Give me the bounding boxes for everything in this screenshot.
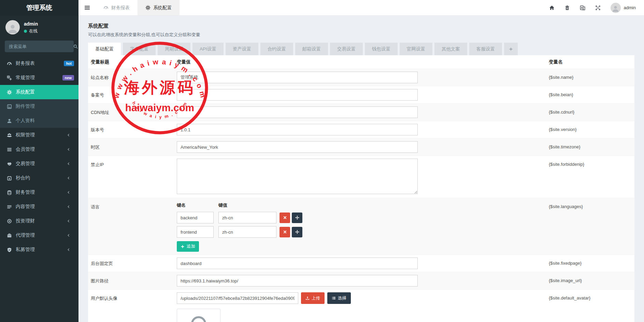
field-value-cell — [174, 138, 546, 156]
default-avatar-input[interactable] — [177, 292, 298, 304]
config-tab[interactable]: 钱包设置 — [365, 43, 398, 55]
move-language-button[interactable] — [292, 227, 302, 237]
language-value-input[interactable] — [218, 226, 276, 238]
cdn-url-input[interactable] — [177, 106, 418, 118]
fullscreen-icon — [595, 5, 601, 11]
remove-language-button[interactable] — [280, 227, 290, 237]
home-button[interactable] — [549, 5, 555, 11]
config-tab[interactable]: 合约设置 — [260, 43, 293, 55]
trash-icon — [564, 5, 570, 11]
chevron-left-icon — [67, 205, 70, 209]
config-tab[interactable]: 邮箱设置 — [295, 43, 328, 55]
sidebar-item[interactable]: 秒合约 — [0, 171, 78, 185]
sidebar-item[interactable]: 交易管理 — [0, 157, 78, 171]
sidebar-search — [5, 41, 74, 52]
language-key-input[interactable] — [177, 226, 214, 238]
config-tab[interactable]: 周期设置 — [158, 43, 190, 55]
field-value-cell — [174, 104, 546, 121]
fullscreen-button[interactable] — [595, 5, 601, 11]
sidebar-item[interactable]: 私募管理 — [0, 243, 78, 257]
navbar-user[interactable]: admin — [611, 3, 636, 13]
sidebar-item[interactable]: 财务报表hot — [0, 56, 78, 71]
handshake-icon — [7, 161, 12, 166]
config-row: 禁止IP {$site.forbiddenip} — [88, 156, 634, 198]
sidebar-toggle-button[interactable] — [78, 0, 96, 15]
field-value-cell — [174, 255, 546, 272]
column-header: 变量值 — [174, 55, 546, 69]
site-name-input[interactable] — [177, 72, 418, 83]
config-tab[interactable]: 交易设置 — [330, 43, 363, 55]
config-row: 用户默认头像 上传 选择 {$site.default_avatar} — [88, 289, 634, 322]
move-language-button[interactable] — [292, 213, 302, 223]
image-url-input[interactable] — [177, 275, 418, 287]
arrows-icon — [295, 230, 299, 234]
gears-icon — [7, 75, 12, 80]
field-value-cell — [174, 86, 546, 103]
search-input[interactable] — [5, 44, 73, 49]
config-tab[interactable]: 字典配置 — [123, 43, 156, 55]
add-group-tab[interactable] — [504, 43, 518, 55]
sidebar-item[interactable]: 会员管理 — [0, 142, 78, 157]
forbidden-ip-textarea[interactable] — [177, 159, 418, 194]
variable-name: {$site.timezone} — [546, 138, 634, 156]
sidebar-item[interactable]: 代理管理 — [0, 228, 78, 243]
config-tab[interactable]: 客服设置 — [469, 43, 502, 55]
field-label: 后台固定页 — [88, 255, 174, 272]
variable-name: {$site.image_url} — [546, 272, 634, 289]
config-tab[interactable]: API设置 — [192, 43, 224, 55]
config-row: CDN地址 {$site.cdnurl} — [88, 103, 634, 121]
sidebar-item-label: 私募管理 — [16, 247, 35, 253]
beian-input[interactable] — [177, 89, 418, 101]
timezone-input[interactable] — [177, 141, 418, 153]
field-value-cell: 上传 选择 — [174, 290, 546, 322]
sidebar-item-label: 系统配置 — [16, 89, 35, 95]
field-label: 时区 — [88, 138, 174, 156]
key-value-header: 键值 — [218, 202, 276, 208]
navbar-tab[interactable]: 财务报表 — [96, 0, 138, 15]
hot-badge: hot — [64, 61, 74, 66]
user-icon — [612, 5, 619, 12]
version-input[interactable] — [177, 124, 418, 135]
language-key-input[interactable] — [177, 212, 214, 223]
sidebar-item[interactable]: 财务管理 — [0, 185, 78, 200]
field-value-cell — [174, 156, 546, 198]
config-tab[interactable]: 基础配置 — [88, 43, 121, 55]
navbar-right: admin — [549, 0, 644, 15]
avatar — [5, 20, 20, 34]
sidebar-item[interactable]: 常规管理new — [0, 71, 78, 85]
sidebar-item-label: 常规管理 — [16, 75, 35, 81]
variable-name: {$site.cdnurl} — [546, 104, 634, 121]
config-tab[interactable]: 官网设置 — [400, 43, 432, 55]
avatar-preview — [177, 309, 220, 322]
remove-language-button[interactable] — [280, 213, 290, 223]
language-button[interactable] — [580, 5, 585, 11]
upload-button[interactable]: 上传 — [301, 292, 325, 304]
language-subtable-header: 键名 键值 — [177, 201, 543, 209]
search-button[interactable] — [73, 44, 78, 49]
config-tabs: 基础配置字典配置周期设置API设置资产设置合约设置邮箱设置交易设置钱包设置官网设… — [88, 43, 634, 55]
person-outline-icon — [184, 313, 214, 322]
sidebar-item-label: 权限管理 — [16, 132, 35, 138]
sidebar-item[interactable]: 系统配置 — [0, 85, 78, 99]
sidebar-item[interactable]: 内容管理 — [0, 200, 78, 214]
field-label: 语言 — [88, 198, 174, 254]
sidebar-item[interactable]: 投资理财 — [0, 214, 78, 228]
config-row: 语言 键名 键值 追加 {$site.languages} — [88, 198, 634, 254]
sidebar-item[interactable]: 个人资料 — [0, 114, 78, 128]
config-tab[interactable]: 其他文案 — [434, 43, 467, 55]
clear-cache-button[interactable] — [564, 5, 570, 11]
sidebar-item[interactable]: 权限管理 — [0, 128, 78, 142]
language-pair-row — [177, 212, 543, 223]
sidebar-item[interactable]: 附件管理 — [0, 99, 78, 114]
field-label: 备案号 — [88, 86, 174, 103]
content: 系统配置 可以在此增改系统的变量和分组,也可以自定义分组和变量 基础配置字典配置… — [78, 16, 644, 322]
dashboard-icon — [103, 5, 109, 10]
choose-button[interactable]: 选择 — [327, 292, 351, 304]
chevron-left-icon — [67, 133, 70, 137]
navbar-tab[interactable]: 系统配置 — [138, 0, 180, 15]
language-value-input[interactable] — [218, 212, 276, 223]
append-language-button[interactable]: 追加 — [177, 241, 199, 252]
fixed-page-input[interactable] — [177, 258, 418, 269]
chevron-left-icon — [67, 162, 70, 166]
config-tab[interactable]: 资产设置 — [226, 43, 258, 55]
